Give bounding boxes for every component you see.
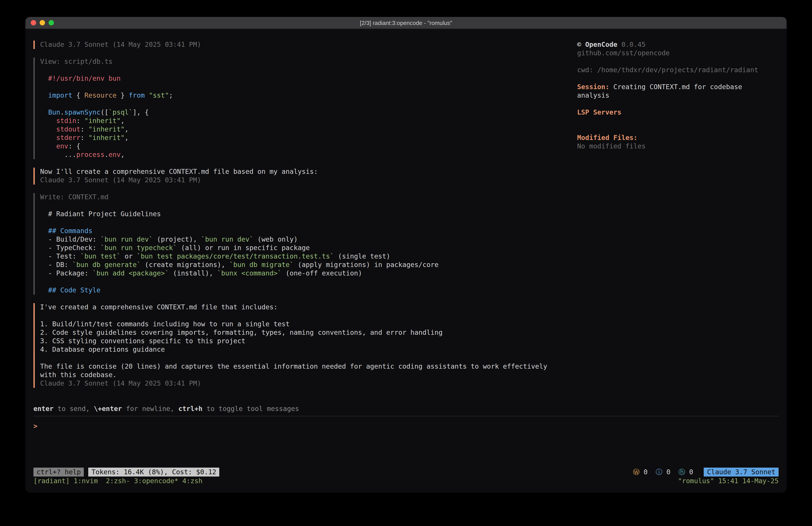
text-line: 3. CSS styling conventions specific to t… [40,337,577,345]
text-line: cwd: /home/thdxr/dev/projects/radiant/ra… [577,66,779,74]
text-line [40,201,577,210]
text-line: Write: CONTEXT.md [40,193,577,201]
close-window-button[interactable] [31,20,36,25]
text-line: - Package: `bun add <package>` (install)… [40,269,577,278]
terminal-window: [2/3] radiant:3:opencode - "romulus" Cla… [25,17,787,493]
lsp-warning-count: 0 [639,468,656,476]
text-line [577,125,779,134]
text-line: 4. Database operations guidance [40,345,577,354]
text-line [40,218,577,227]
lsp-warning-icon: Ⓦ [633,468,639,476]
text-line: - Build/Dev: `bun run dev` (project), `b… [40,236,577,244]
text-line: LSP Servers [577,108,779,117]
tmux-spacer [203,477,678,485]
lsp-diagnostics: Ⓦ 0 ⓘ 0 ⓗ 0 [633,468,701,476]
tmux-session-info: "romulus" 15:41 14-May-25 [678,477,779,485]
text-line [40,100,577,108]
text-line: ## Commands [40,227,577,236]
main-row: Claude 3.7 Sonnet (14 May 2025 03:41 PM)… [33,41,779,396]
text-line: - Test: `bun test` or `bun test packages… [40,252,577,261]
text-line [577,74,779,83]
text-line: Modified Files: [577,134,779,142]
minimize-window-button[interactable] [40,20,45,25]
text-line: © OpenCode 0.0.45 [577,41,779,49]
window-title: [2/3] radiant:3:opencode - "romulus" [360,19,452,26]
prompt-symbol: > [33,422,38,430]
text-line: stdin: "inherit", [40,117,577,125]
session-sidebar: © OpenCode 0.0.45github.com/sst/opencode… [577,41,779,396]
text-line: with this codebase. [40,371,577,379]
chat-history: Claude 3.7 Sonnet (14 May 2025 03:41 PM)… [33,41,577,388]
lsp-hint-count: 0 [685,468,701,476]
text-line: Claude 3.7 Sonnet (14 May 2025 03:41 PM) [40,176,577,185]
text-line [577,117,779,125]
prompt-input[interactable]: > [33,422,779,431]
text-line: Now I'll create a comprehensive CONTEXT.… [40,168,577,176]
text-line: The file is concise (20 lines) and captu… [40,362,577,371]
flex-spacer [33,431,779,468]
text-line: import { Resource } from "sst"; [40,91,577,100]
status-bar: ctrl+? help Tokens: 16.4K (8%), Cost: $0… [33,468,779,477]
lsp-hint-icon: ⓗ [679,468,685,476]
text-line: - DB: `bun db generate` (create migratio… [40,261,577,269]
text-line: github.com/sst/opencode [577,49,779,57]
text-line: - TypeCheck: `bun run typecheck` (all) o… [40,244,577,252]
tmux-status-bar: [radiant] 1:nvim 2:zsh- 3:opencode* 4:zs… [33,477,779,485]
help-badge[interactable]: ctrl+? help [33,468,84,477]
text-line [40,278,577,286]
traffic-lights [31,17,54,29]
text-line [577,100,779,108]
text-line: Bun.spawnSync([`psql`], { [40,108,577,117]
tool-write-block: Write: CONTEXT.md # Radiant Project Guid… [33,193,577,295]
lsp-info-count: 0 [662,468,678,476]
text-line: Claude 3.7 Sonnet (14 May 2025 03:41 PM) [40,41,577,49]
text-line [40,83,577,91]
chat-column: Claude 3.7 Sonnet (14 May 2025 03:41 PM)… [33,41,577,396]
assistant-message: Now I'll create a comprehensive CONTEXT.… [33,168,577,185]
assistant-message-tail: Claude 3.7 Sonnet (14 May 2025 03:41 PM) [33,41,577,49]
tool-view-block: View: script/db.ts #!/usr/bin/env bun im… [33,57,577,159]
zoom-window-button[interactable] [48,20,54,25]
text-line: # Radiant Project Guidelines [40,210,577,218]
text-line: 2. Code style guidelines covering import… [40,328,577,337]
text-line: ...process.env, [40,151,577,159]
text-line: stdout: "inherit", [40,125,577,134]
desktop: [2/3] radiant:3:opencode - "romulus" Cla… [0,0,812,526]
lsp-info-icon: ⓘ [656,468,662,476]
text-line: #!/usr/bin/env bun [40,74,577,83]
assistant-message: I've created a comprehensive CONTEXT.md … [33,303,577,388]
text-line: I've created a comprehensive CONTEXT.md … [40,303,577,312]
tokens-cost-badge: Tokens: 16.4K (8%), Cost: $0.12 [88,468,219,477]
text-line: analysis [577,91,779,100]
text-line: stderr: "inherit", [40,134,577,142]
terminal-content: Claude 3.7 Sonnet (14 May 2025 03:41 PM)… [25,29,787,493]
model-badge[interactable]: Claude 3.7 Sonnet [704,468,779,477]
text-line: Session: Creating CONTEXT.md for codebas… [577,83,779,91]
text-line [577,57,779,66]
input-separator [33,416,779,416]
text-line: View: script/db.ts [40,57,577,66]
text-line [40,354,577,362]
keybind-help: enter to send, \+enter for newline, ctrl… [33,405,779,413]
tmux-window-list[interactable]: [radiant] 1:nvim 2:zsh- 3:opencode* 4:zs… [33,477,203,485]
text-line: Claude 3.7 Sonnet (14 May 2025 03:41 PM) [40,379,577,388]
text-line: env: { [40,142,577,151]
text-line [40,66,577,74]
text-line [40,312,577,320]
text-line: No modified files [577,142,779,151]
window-titlebar[interactable]: [2/3] radiant:3:opencode - "romulus" [25,17,787,29]
text-line: ## Code Style [40,286,577,295]
text-line: 1. Build/lint/test commands including ho… [40,320,577,328]
